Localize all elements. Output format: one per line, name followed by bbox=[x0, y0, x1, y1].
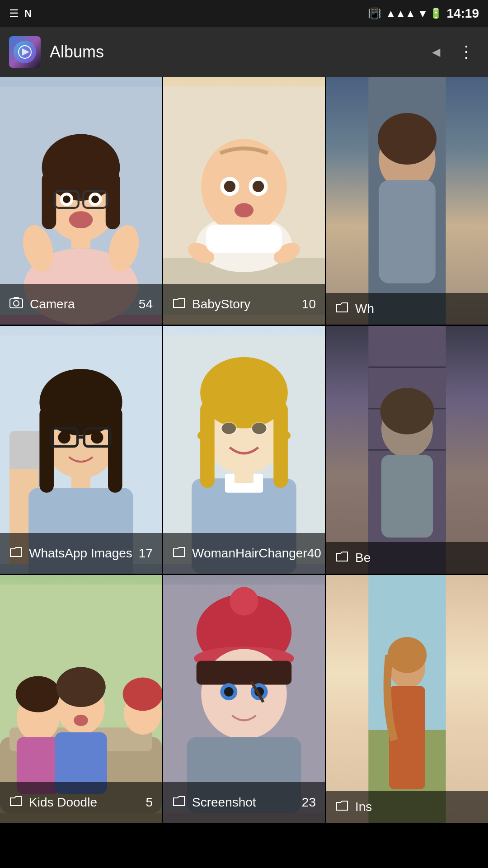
album-name-whatsapp: WhatsApp Images bbox=[29, 546, 132, 561]
album-count-woman: 40 bbox=[307, 546, 321, 561]
status-time: 14:19 bbox=[446, 6, 479, 21]
svg-rect-95 bbox=[197, 661, 292, 685]
svg-rect-33 bbox=[206, 225, 282, 253]
dropdown-arrow-icon: ◀ bbox=[432, 46, 440, 58]
album-name-best: Be bbox=[355, 551, 371, 565]
wh-photo-svg bbox=[326, 77, 488, 325]
album-kids-doodle[interactable]: Kids Doodle 5 bbox=[0, 575, 162, 823]
folder-icon-best bbox=[335, 550, 349, 566]
app-icon-inner bbox=[14, 41, 36, 63]
album-best-partial[interactable]: Be bbox=[326, 326, 488, 574]
svg-point-52 bbox=[91, 431, 103, 443]
album-name-woman: WomanHairChanger bbox=[192, 546, 307, 561]
folder-icon-screenshot bbox=[172, 794, 186, 811]
folder-icon-woman bbox=[172, 545, 186, 562]
svg-point-51 bbox=[58, 431, 70, 443]
album-overlay-whatsapp: WhatsApp Images 17 bbox=[0, 533, 162, 574]
svg-point-107 bbox=[388, 637, 427, 673]
album-label-woman: WomanHairChanger bbox=[172, 545, 307, 562]
svg-rect-74 bbox=[381, 455, 433, 538]
album-overlay-camera: Camera 54 bbox=[0, 284, 162, 325]
album-name-baby: BabyStory bbox=[192, 297, 250, 311]
album-name-wh: Wh bbox=[355, 302, 374, 316]
notification-icon: ☰ bbox=[9, 7, 19, 20]
svg-point-32 bbox=[235, 203, 253, 217]
app-title: Albums bbox=[50, 42, 423, 61]
album-label-kids: Kids Doodle bbox=[9, 794, 97, 811]
album-name-screenshot: Screenshot bbox=[192, 795, 256, 810]
app-logo-svg bbox=[17, 44, 33, 60]
album-name-instagram: Ins bbox=[355, 800, 372, 814]
svg-point-20 bbox=[14, 301, 19, 306]
svg-point-75 bbox=[380, 388, 434, 434]
album-label-instagram: Ins bbox=[335, 799, 372, 816]
album-label-baby: BabyStory bbox=[172, 296, 250, 313]
album-overlay-instagram: Ins bbox=[326, 791, 488, 823]
menu-button[interactable]: ⋮ bbox=[454, 38, 479, 66]
folder-icon-whatsapp bbox=[9, 545, 23, 562]
album-overlay-best: Be bbox=[326, 542, 488, 574]
status-bar-right: 📳 ▲▲▲ ▾ 🔋 14:19 bbox=[368, 6, 479, 21]
svg-point-84 bbox=[56, 667, 106, 707]
album-count-kids: 5 bbox=[145, 795, 153, 810]
album-womanhairchanger[interactable]: WomanHairChanger 40 bbox=[163, 326, 325, 574]
svg-rect-36 bbox=[379, 180, 436, 283]
svg-point-15 bbox=[91, 195, 99, 203]
album-overlay-kids: Kids Doodle 5 bbox=[0, 782, 162, 823]
svg-point-66 bbox=[197, 432, 205, 439]
folder-icon-kids bbox=[9, 794, 23, 811]
status-bar: ☰ N 📳 ▲▲▲ ▾ 🔋 14:19 bbox=[0, 0, 488, 27]
svg-point-98 bbox=[224, 687, 234, 697]
folder-icon-instagram bbox=[335, 799, 349, 816]
album-name-camera: Camera bbox=[30, 297, 75, 311]
svg-point-64 bbox=[220, 422, 237, 435]
album-count-screenshot: 23 bbox=[302, 795, 316, 810]
app-bar: Albums ◀ ⋮ bbox=[0, 27, 488, 77]
svg-point-86 bbox=[74, 715, 88, 726]
svg-point-14 bbox=[63, 195, 70, 203]
svg-point-37 bbox=[378, 113, 436, 165]
folder-icon-wh bbox=[335, 301, 349, 317]
battery-icon: 🔋 bbox=[430, 8, 442, 19]
folder-icon-baby bbox=[172, 296, 186, 313]
album-whatsapp-partial[interactable]: Wh bbox=[326, 77, 488, 325]
album-screenshot[interactable]: Screenshot 23 bbox=[163, 575, 325, 823]
camera-icon bbox=[9, 295, 23, 313]
album-name-kids: Kids Doodle bbox=[29, 795, 97, 810]
best-photo-svg bbox=[326, 326, 488, 574]
svg-rect-46 bbox=[39, 407, 54, 493]
svg-rect-21 bbox=[14, 297, 19, 299]
album-grid: Camera 54 bbox=[0, 77, 488, 823]
album-thumb-wh bbox=[326, 77, 488, 325]
album-babystory[interactable]: BabyStory 10 bbox=[163, 77, 325, 325]
svg-marker-1 bbox=[22, 48, 29, 56]
vibrate-icon: 📳 bbox=[368, 7, 381, 20]
n-badge-icon: N bbox=[24, 8, 32, 19]
album-whatsapp-images[interactable]: WhatsApp Images 17 bbox=[0, 326, 162, 574]
album-count-whatsapp: 17 bbox=[139, 546, 153, 561]
album-label-whatsapp: WhatsApp Images bbox=[9, 545, 132, 562]
album-label-screenshot: Screenshot bbox=[172, 794, 256, 811]
status-bar-left: ☰ N bbox=[9, 7, 32, 20]
album-camera[interactable]: Camera 54 bbox=[0, 77, 162, 325]
wifi-icon: ▾ bbox=[420, 7, 425, 20]
svg-rect-60 bbox=[200, 402, 215, 488]
album-label-best: Be bbox=[335, 550, 371, 566]
svg-point-67 bbox=[283, 432, 291, 439]
svg-point-93 bbox=[230, 587, 258, 616]
album-instagram-partial[interactable]: Ins bbox=[326, 575, 488, 823]
album-label-camera: Camera bbox=[9, 295, 75, 313]
svg-point-65 bbox=[251, 422, 268, 435]
svg-point-81 bbox=[16, 676, 61, 712]
album-count-camera: 54 bbox=[139, 297, 153, 311]
svg-point-31 bbox=[253, 181, 264, 192]
album-overlay-baby: BabyStory 10 bbox=[163, 284, 325, 325]
album-count-baby: 10 bbox=[302, 297, 316, 311]
album-overlay-woman: WomanHairChanger 40 bbox=[163, 533, 325, 574]
album-thumb-best bbox=[326, 326, 488, 574]
app-icon bbox=[9, 36, 41, 68]
svg-point-88 bbox=[123, 678, 162, 711]
album-label-wh: Wh bbox=[335, 301, 374, 317]
album-thumb-instagram bbox=[326, 575, 488, 823]
album-overlay-wh: Wh bbox=[326, 293, 488, 325]
